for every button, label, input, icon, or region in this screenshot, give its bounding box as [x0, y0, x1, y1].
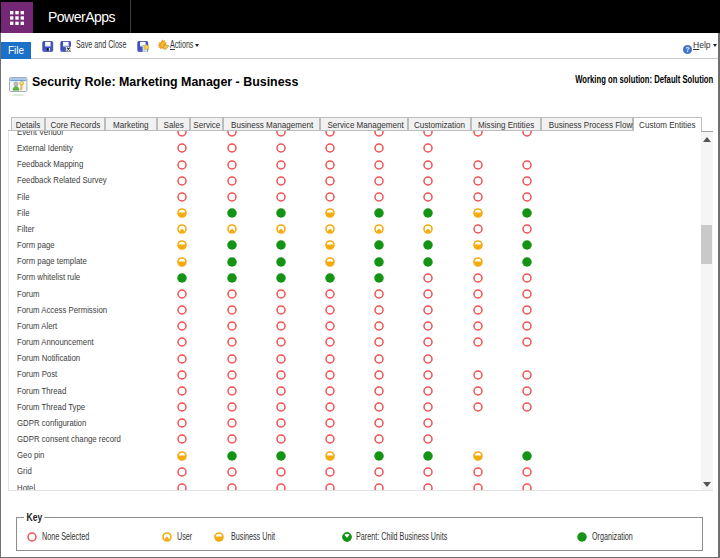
svg-text:?: ? — [686, 46, 690, 53]
